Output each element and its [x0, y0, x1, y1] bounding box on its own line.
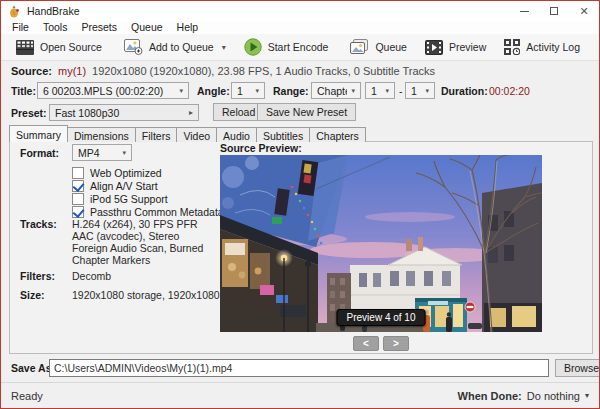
handbrake-logo-icon: [8, 5, 21, 18]
activity-log-button[interactable]: Activity Log: [495, 35, 589, 59]
range-dash: -: [399, 85, 403, 97]
align-av-start-option[interactable]: Align A/V Start: [72, 179, 158, 192]
source-name: my(1): [58, 65, 86, 77]
title-select-value: 6 00203.MPLS (00:02:20): [43, 85, 175, 97]
preview-next-button[interactable]: >: [383, 336, 409, 351]
range-to-value: 1: [411, 85, 421, 97]
presets-button[interactable]: Presets ▾: [593, 35, 600, 59]
preview-nav: < >: [220, 336, 542, 351]
tab-chapters[interactable]: Chapters: [309, 127, 366, 142]
ipod-5g-option[interactable]: iPod 5G Support: [72, 192, 168, 205]
clapperboard-icon: [16, 40, 34, 55]
add-to-queue-button[interactable]: Add to Queue ▾: [115, 35, 235, 59]
ipod-5g-label: iPod 5G Support: [90, 193, 168, 205]
ipod-5g-checkbox[interactable]: [72, 193, 84, 205]
start-encode-label: Start Encode: [268, 41, 329, 53]
range-from-value: 1: [371, 85, 381, 97]
tracks-line-chapters: Chapter Markers: [72, 254, 150, 266]
minimize-button[interactable]: [509, 1, 539, 21]
preview-film-icon: [425, 40, 443, 55]
save-as-input[interactable]: [49, 359, 549, 377]
duration-value: 00:02:20: [489, 85, 530, 97]
handbrake-window: HandBrake ✕ File Tools Presets Queue Hel…: [0, 0, 600, 409]
preview-counter-tooltip: Preview 4 of 10: [337, 309, 426, 326]
street-scene-preview: [220, 155, 542, 332]
preview-prev-button[interactable]: <: [353, 336, 379, 351]
add-to-queue-label: Add to Queue: [149, 41, 214, 53]
save-as-row: Save As: Browse: [1, 359, 599, 379]
passthru-metadata-checkbox[interactable]: [72, 206, 84, 218]
range-to-select[interactable]: 1 ▾: [405, 82, 435, 99]
menu-file[interactable]: File: [5, 21, 36, 34]
queue-label: Queue: [375, 41, 407, 53]
title-bar: HandBrake ✕: [1, 1, 599, 21]
menu-bar: File Tools Presets Queue Help: [1, 21, 599, 34]
when-done-label: When Done:: [458, 390, 522, 402]
source-label: Source:: [11, 65, 52, 77]
align-av-start-checkbox[interactable]: [72, 180, 84, 192]
maximize-button[interactable]: [539, 1, 569, 21]
tab-video[interactable]: Video: [176, 127, 217, 142]
source-preview-image: Preview 4 of 10: [220, 155, 542, 332]
filters-label: Filters:: [20, 270, 55, 282]
tracks-label: Tracks:: [20, 218, 57, 230]
when-done-control[interactable]: When Done: Do nothing ▾: [458, 390, 589, 402]
angle-label: Angle:: [197, 85, 230, 97]
status-bar: Ready When Done: Do nothing ▾: [1, 382, 599, 408]
open-source-button[interactable]: Open Source: [7, 35, 111, 59]
menu-help[interactable]: Help: [170, 21, 206, 34]
preview-button[interactable]: Preview: [416, 35, 495, 59]
start-encode-play-icon: [244, 38, 262, 56]
browse-button[interactable]: Browse: [555, 359, 600, 377]
web-optimized-label: Web Optimized: [90, 167, 162, 179]
format-select-value: MP4: [78, 147, 118, 159]
queue-button[interactable]: Queue: [341, 35, 416, 59]
menu-tools[interactable]: Tools: [36, 21, 75, 34]
maximize-icon: [550, 7, 558, 15]
menu-presets[interactable]: Presets: [74, 21, 124, 34]
activity-log-label: Activity Log: [526, 41, 580, 53]
tab-dimensions[interactable]: Dimensions: [67, 127, 136, 142]
web-optimized-option[interactable]: Web Optimized: [72, 166, 162, 179]
angle-select[interactable]: 1 ▾: [231, 82, 265, 99]
align-av-start-label: Align A/V Start: [90, 180, 158, 192]
start-encode-button[interactable]: Start Encode: [235, 35, 338, 59]
status-ready: Ready: [11, 390, 43, 402]
title-select[interactable]: 6 00203.MPLS (00:02:20) ▾: [37, 82, 189, 99]
preset-select[interactable]: Fast 1080p30 ▸: [49, 104, 199, 121]
source-preview-label: Source Preview:: [220, 142, 302, 154]
tab-audio[interactable]: Audio: [216, 127, 257, 142]
chevron-down-icon: ▾: [425, 87, 429, 95]
passthru-metadata-option[interactable]: Passthru Common Metadata: [72, 205, 224, 218]
tab-filters[interactable]: Filters: [135, 127, 178, 142]
duration-label: Duration:: [441, 85, 488, 97]
range-from-select[interactable]: 1 ▾: [365, 82, 395, 99]
close-button[interactable]: ✕: [569, 1, 599, 21]
range-label: Range:: [273, 85, 309, 97]
menu-queue[interactable]: Queue: [124, 21, 170, 34]
source-details: 1920x1080 (1920x1080), 23.98 FPS, 1 Audi…: [92, 65, 435, 77]
tab-summary[interactable]: Summary: [9, 125, 68, 142]
chevron-down-icon: ▾: [122, 149, 126, 157]
preview-label: Preview: [449, 41, 486, 53]
when-done-value: Do nothing: [527, 390, 580, 402]
activity-log-icon: [504, 39, 520, 55]
source-info-row: Source: my(1) 1920x1080 (1920x1080), 23.…: [11, 63, 589, 79]
open-source-label: Open Source: [40, 41, 102, 53]
save-new-preset-button[interactable]: Save New Preset: [257, 103, 356, 121]
format-select[interactable]: MP4 ▾: [72, 144, 132, 161]
format-label: Format:: [20, 147, 59, 159]
size-label: Size:: [20, 289, 45, 301]
range-type-select[interactable]: Chapters ▾: [311, 82, 361, 99]
web-optimized-checkbox[interactable]: [72, 167, 84, 179]
window-title: HandBrake: [27, 5, 80, 17]
chevron-down-icon: ▾: [585, 391, 589, 400]
passthru-metadata-label: Passthru Common Metadata: [90, 206, 224, 218]
title-label: Title:: [11, 85, 36, 97]
tab-subtitles[interactable]: Subtitles: [256, 127, 310, 142]
tracks-line-video: H.264 (x264), 30 FPS PFR: [72, 218, 197, 230]
preset-label: Preset:: [11, 107, 47, 119]
close-icon: ✕: [579, 5, 588, 18]
filters-value: Decomb: [72, 270, 111, 282]
tracks-line-foreign: Foreign Audio Scan, Burned: [72, 242, 203, 254]
